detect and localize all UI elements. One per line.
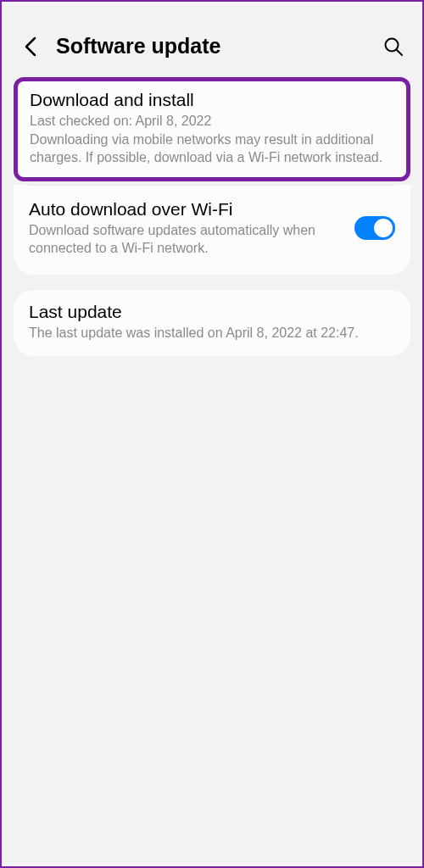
auto-download-description: Download software updates automatically …	[29, 221, 344, 258]
svg-line-1	[397, 50, 402, 55]
svg-point-0	[386, 38, 399, 51]
header: Software update	[2, 2, 422, 77]
page-title: Software update	[56, 34, 368, 58]
last-update-title: Last update	[29, 302, 395, 322]
chevron-left-icon	[23, 35, 38, 58]
content-area: Download and install Last checked on: Ap…	[2, 77, 422, 356]
download-install-last-checked: Last checked on: April 8, 2022	[30, 112, 394, 131]
download-install-description: Downloading via mobile networks may resu…	[30, 131, 394, 167]
back-button[interactable]	[19, 35, 42, 58]
last-update-description: The last update was installed on April 8…	[29, 324, 395, 342]
search-button[interactable]	[382, 35, 405, 58]
auto-download-text: Auto download over Wi-Fi Download softwa…	[29, 199, 344, 258]
auto-download-title: Auto download over Wi-Fi	[29, 199, 344, 220]
auto-download-toggle[interactable]	[354, 216, 395, 240]
auto-download-item[interactable]: Auto download over Wi-Fi Download softwa…	[14, 186, 410, 275]
download-install-title: Download and install	[30, 90, 394, 110]
auto-download-card: Auto download over Wi-Fi Download softwa…	[14, 185, 410, 275]
last-update-item[interactable]: Last update The last update was installe…	[14, 290, 410, 356]
search-icon	[383, 36, 404, 57]
toggle-knob	[374, 219, 393, 237]
last-update-card: Last update The last update was installe…	[14, 290, 410, 356]
download-install-card: Download and install Last checked on: Ap…	[14, 77, 410, 181]
download-install-item[interactable]: Download and install Last checked on: Ap…	[18, 81, 406, 177]
